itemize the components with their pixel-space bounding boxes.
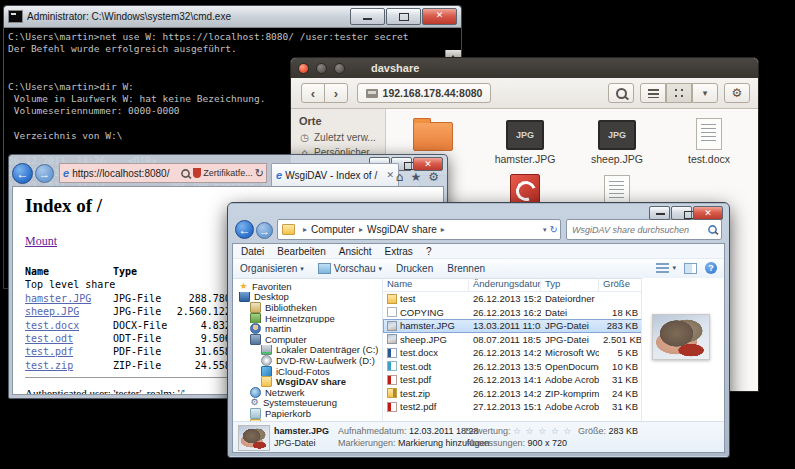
forward-button[interactable]: → [35, 164, 54, 183]
maximize-button[interactable] [386, 8, 421, 25]
close-button[interactable] [693, 206, 723, 220]
file-date: 08.07.2011 18:52 [469, 334, 541, 345]
table-row-test[interactable]: test26.12.2013 15:21Dateiordner [383, 292, 644, 306]
grid-view-button[interactable] [666, 83, 692, 103]
sidebar-item-lokaler-datentr-ger-c[interactable]: Lokaler Datenträger (C:) [233, 345, 382, 356]
tab-title: WsgiDAV - Index of / [285, 170, 384, 181]
maximize-icon[interactable] [334, 63, 345, 74]
search-box[interactable] [566, 219, 722, 240]
sidebar-item-icloud-fotos[interactable]: iCloud-Fotos [233, 366, 382, 377]
table-row-test-odt[interactable]: test.odt26.12.2013 13:55OpenDocument T..… [383, 360, 644, 374]
preview-pane-button[interactable] [684, 263, 697, 274]
column-header-name[interactable]: Name [383, 278, 469, 291]
close-button[interactable] [422, 8, 457, 25]
menu-item-bearbeiten[interactable]: Bearbeiten [277, 246, 325, 257]
table-row-test-pdf[interactable]: test.pdf26.12.2013 14:19Adobe Acrobat D.… [383, 373, 644, 387]
back-button[interactable]: ‹ [301, 83, 325, 103]
status-rating[interactable]: Bewertung: ☆ ☆ ☆ ☆ ☆ [465, 426, 572, 436]
jpg-file-icon: JPG [506, 120, 544, 150]
file-link-test-zip[interactable]: test.zip [25, 359, 113, 372]
file-type: ZIP-komprimierte... [541, 388, 599, 399]
nautilus-titlebar[interactable]: davshare [291, 58, 758, 78]
column-header-nderungsdatum[interactable]: Änderungsdatum [469, 278, 541, 291]
sidebar-item-favoriten[interactable]: ★Favoriten [233, 281, 382, 292]
file-tile-sheep-jpg[interactable]: JPGsheep.JPG [571, 115, 663, 172]
cmd-titlebar[interactable]: Administrator: C:\Windows\system32\cmd.e… [4, 6, 461, 28]
list-view-button[interactable] [640, 83, 666, 103]
file-link-hamster-jpg[interactable]: hamster.JPG [25, 292, 113, 305]
mount-link[interactable]: Mount [25, 234, 57, 248]
file-link-test-odt[interactable]: test.odt [25, 332, 113, 345]
minimize-icon[interactable] [316, 63, 327, 74]
column-header-gr-e[interactable]: Größe [599, 278, 644, 291]
column-header-typ[interactable]: Typ [541, 278, 599, 291]
search-icon[interactable] [708, 225, 717, 234]
settings-button[interactable]: ⚙ [724, 83, 750, 103]
search-input[interactable] [570, 224, 707, 236]
favorites-star-icon[interactable]: ★ [410, 170, 421, 184]
sidebar-item-zuletzt-verw[interactable]: ◷Zuletzt verw... [291, 130, 385, 145]
maximize-button[interactable] [671, 206, 692, 220]
forward-button[interactable]: → [256, 222, 273, 239]
toolbar-button-vorschau[interactable]: Vorschau▾ [318, 263, 382, 274]
file-tile-test-docx[interactable]: test.docx [663, 115, 755, 172]
file-size: 24 KB [599, 388, 644, 399]
sidebar-label: Computer [265, 334, 307, 345]
view-options-button[interactable]: ▾ [692, 83, 718, 103]
file-link-sheep-jpg[interactable]: sheep.JPG [25, 305, 113, 318]
file-link-test-docx[interactable]: test.docx [25, 319, 113, 332]
sidebar-item-netzwerk[interactable]: Netzwerk [233, 387, 382, 398]
sidebar-item-wsgidav-share[interactable]: WsgiDAV share [233, 376, 382, 387]
browser-tab[interactable]: e WsgiDAV - Index of / ✕ [271, 163, 399, 186]
certificate-error-shield-icon[interactable] [193, 168, 201, 178]
close-icon[interactable] [298, 63, 309, 74]
file-link-test-pdf[interactable]: test.pdf [25, 345, 113, 358]
sidebar-item-dvd-rw-laufwerk-d[interactable]: DVD-RW-Laufwerk (D:) [233, 355, 382, 366]
breadcrumb-computer[interactable]: Computer [311, 224, 355, 235]
search-button[interactable] [608, 83, 634, 103]
sidebar-item-bibliotheken[interactable]: Bibliotheken [233, 302, 382, 313]
file-size: 10 KB [599, 361, 644, 372]
sidebar-item-computer[interactable]: Computer [233, 334, 382, 345]
help-icon[interactable]: ? [705, 262, 717, 274]
table-row-test2-pdf[interactable]: test2.pdf27.12.2013 15:10Adobe Acrobat D… [383, 400, 644, 414]
star-icon: ★ [239, 282, 248, 291]
certificate-error-text[interactable]: Zertifikatfe... [203, 168, 253, 178]
sidebar-item-systemsteuerung[interactable]: ⚙Systemsteuerung [233, 398, 382, 409]
table-row-test-zip[interactable]: test.zip26.12.2013 14:22ZIP-komprimierte… [383, 387, 644, 401]
back-button[interactable]: ← [235, 220, 254, 239]
breadcrumb[interactable]: ▸ Computer ▸ WsgiDAV share ▸ ▾ ↻ [277, 219, 561, 240]
address-bar[interactable]: e https://localhost:8080/ Zertifikatfe..… [59, 163, 267, 183]
table-row-hamster-jpg[interactable]: hamster.JPG13.03.2011 11:03JPG-Datei283 … [383, 319, 644, 333]
menu-item-ansicht[interactable]: Ansicht [339, 246, 372, 257]
breadcrumb-wsgidav-share[interactable]: WsgiDAV share [367, 224, 437, 235]
file-tile-hamster-jpg[interactable]: JPGhamster.JPG [479, 115, 571, 172]
location-button[interactable]: 192.168.178.44:8080 [357, 83, 491, 103]
toolbar-button-drucken[interactable]: Drucken [396, 263, 433, 274]
menu-item-extras[interactable]: Extras [385, 246, 413, 257]
sidebar-item-heimnetzgruppe[interactable]: Heimnetzgruppe [233, 313, 382, 324]
toolbar-button-organisieren[interactable]: Organisieren▾ [240, 263, 304, 274]
tab-close-icon[interactable]: ✕ [386, 170, 394, 180]
table-row-copying[interactable]: COPYING26.12.2013 16:22Datei18 KB [383, 306, 644, 320]
home-icon[interactable]: ⌂ [396, 170, 404, 184]
back-button[interactable]: ← [12, 163, 33, 184]
minimize-button[interactable] [350, 8, 385, 25]
change-view-button[interactable]: ▾ [656, 263, 676, 274]
sidebar-item-martin[interactable]: martin [233, 323, 382, 334]
sidebar-item-papierkorb[interactable]: Papierkorb [233, 408, 382, 419]
history-chevron-icon[interactable]: ▾ [543, 226, 547, 234]
table-row-test-docx[interactable]: test.docx26.12.2013 14:26Microsoft Word … [383, 346, 644, 360]
settings-gear-icon[interactable]: ⚙ [428, 170, 439, 184]
minimize-button[interactable] [649, 206, 670, 220]
refresh-icon[interactable]: ↻ [550, 224, 558, 235]
refresh-icon[interactable]: ↻ [255, 167, 264, 180]
search-icon[interactable] [181, 169, 190, 178]
menu-item-datei[interactable]: Datei [241, 246, 264, 257]
file-date: 26.12.2013 16:22 [469, 307, 541, 318]
forward-button[interactable]: › [324, 83, 348, 103]
table-row-sheep-jpg[interactable]: sheep.JPG08.07.2011 18:52JPG-Datei2.501 … [383, 333, 644, 347]
menu-item-[interactable]: ? [426, 246, 432, 257]
sidebar-item-desktop[interactable]: Desktop [233, 292, 382, 303]
toolbar-button-brennen[interactable]: Brennen [447, 263, 485, 274]
